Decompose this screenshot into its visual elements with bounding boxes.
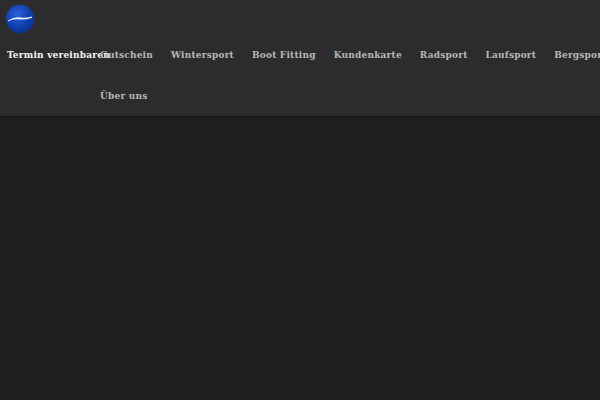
nav-item-bergsport[interactable]: Bergsport [554, 50, 600, 60]
nav-item-boot-fitting[interactable]: Boot Fitting [252, 50, 316, 60]
nav-item-termin-vereinbaren[interactable]: Termin vereinbaren [7, 50, 100, 60]
site-logo[interactable] [5, 4, 35, 34]
nav-item-gutschein[interactable]: Gutschein [100, 50, 153, 60]
nav-row-2: Über uns [100, 91, 148, 101]
nav-row-1: Termin vereinbaren Gutschein Wintersport… [7, 50, 600, 60]
nav-item-radsport[interactable]: Radsport [420, 50, 468, 60]
nav-item-wintersport[interactable]: Wintersport [171, 50, 234, 60]
nav-item-ueber-uns[interactable]: Über uns [100, 91, 148, 101]
logo-circle-icon [5, 19, 35, 38]
site-header: Termin vereinbaren Gutschein Wintersport… [0, 0, 600, 117]
nav-item-kundenkarte[interactable]: Kundenkarte [334, 50, 402, 60]
nav-item-laufsport[interactable]: Laufsport [486, 50, 537, 60]
page-content [0, 117, 600, 400]
